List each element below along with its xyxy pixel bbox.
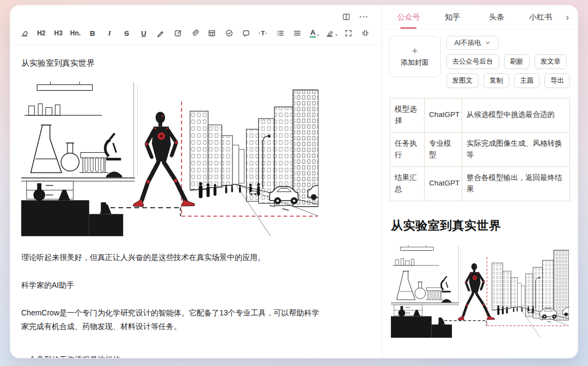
export-button[interactable]: 导出 xyxy=(544,73,570,88)
pen-icon[interactable] xyxy=(154,26,168,40)
desktop-background: ··· H2 H3 Hn. B I S U xyxy=(0,0,588,366)
doc-paragraph: 一个典型的工作流程是这样的： xyxy=(21,353,322,358)
underline-button[interactable]: U xyxy=(136,26,151,40)
table-cell: 整合各模型输出，返回最终结果 xyxy=(462,166,570,201)
fullscreen-icon[interactable] xyxy=(341,26,356,40)
editor-pane: ··· H2 H3 Hn. B I S U xyxy=(10,5,382,358)
clear-format-icon[interactable] xyxy=(17,26,32,40)
preview-illustration xyxy=(391,243,569,338)
editor-content[interactable]: 从实验室到真实世界 理论听起来很美好，但真正让人兴奋的是这些技术在真实场景中的应… xyxy=(10,45,382,358)
comment-icon[interactable] xyxy=(238,26,253,40)
action-row-1: 去公众号后台 刷新 发文章 xyxy=(446,54,572,69)
table-cell: 模型选择 xyxy=(390,98,425,133)
workflow-table-wrap: 模型选择 ChatGPT 从候选模型中挑选最合适的 任务执行 专业模型 实际完成… xyxy=(382,94,578,201)
strikethrough-button[interactable]: S xyxy=(119,26,134,40)
bold-button[interactable]: B xyxy=(85,26,100,40)
workflow-table: 模型选择 ChatGPT 从候选模型中挑选最合适的 任务执行 专业模型 实际完成… xyxy=(390,98,570,201)
attachment-icon[interactable] xyxy=(187,26,202,40)
doc-paragraph: ChemCrow是一个专门为化学研究设计的智能体。它配备了13个专业工具，可以帮… xyxy=(21,306,322,333)
table-row: 结果汇总 ChatGPT 整合各模型输出，返回最终结果 xyxy=(390,166,570,201)
more-options-icon[interactable]: ··· xyxy=(359,13,369,21)
font-color-button[interactable]: A ▾ xyxy=(307,26,322,40)
publish-article-button[interactable]: 发文章 xyxy=(535,54,567,69)
tab-zhihu[interactable]: 知乎 xyxy=(431,5,475,29)
ai-model-select[interactable]: AI不插电 xyxy=(446,36,499,50)
tabs-overflow-icon[interactable]: › xyxy=(562,5,572,29)
line-spacing-icon[interactable] xyxy=(290,26,305,40)
table-cell: 专业模型 xyxy=(425,132,462,166)
lab-to-city-illustration xyxy=(391,243,569,338)
table-cell: 实际完成图像生成、风格转换等 xyxy=(462,132,570,166)
tab-toutiao[interactable]: 头条 xyxy=(475,5,519,29)
chevron-down-icon xyxy=(485,40,491,46)
table-cell: 结果汇总 xyxy=(390,166,425,201)
goto-backend-button[interactable]: 去公众号后台 xyxy=(446,54,499,69)
tab-gongzhonghao[interactable]: 公众号 xyxy=(387,5,431,29)
doc-illustration xyxy=(21,77,318,237)
app-window: ··· H2 H3 Hn. B I S U xyxy=(10,5,578,358)
doc-heading: 从实验室到真实世界 xyxy=(21,58,371,69)
table-cell: ChatGPT xyxy=(425,166,462,201)
plus-icon: + xyxy=(412,46,418,56)
table-icon[interactable] xyxy=(205,26,219,40)
italic-button[interactable]: I xyxy=(102,26,117,40)
table-cell: 任务执行 xyxy=(390,132,425,166)
edit-note-icon[interactable] xyxy=(170,26,185,40)
preview-pane: 公众号 知乎 头条 小红书 › + 添加封面 AI不插电 去公众号后台 xyxy=(382,5,578,358)
highlighter-button[interactable]: ▾ xyxy=(324,26,339,40)
table-row: 任务执行 专业模型 实际完成图像生成、风格转换等 xyxy=(390,132,570,166)
table-cell: 从候选模型中挑选最合适的 xyxy=(462,98,570,133)
lab-to-city-illustration xyxy=(21,77,318,237)
action-buttons: AI不插电 去公众号后台 刷新 发文章 发图文 复制 主题 导出 xyxy=(446,36,572,88)
copy-button[interactable]: 复制 xyxy=(483,73,509,88)
editor-top-bar: ··· xyxy=(10,5,382,24)
publish-actions: + 添加封面 AI不插电 去公众号后台 刷新 发文章 发图文 复 xyxy=(382,29,578,94)
action-row-2: 发图文 复制 主题 导出 xyxy=(446,73,572,88)
tab-xiaohongshu[interactable]: 小红书 xyxy=(518,5,562,29)
heading2-button[interactable]: H2 xyxy=(34,26,48,40)
add-cover-button[interactable]: + 添加封面 xyxy=(389,36,441,77)
refresh-button[interactable]: 刷新 xyxy=(504,54,530,69)
caret-down-icon: ▾ xyxy=(317,33,319,38)
caret-down-icon: ▾ xyxy=(335,33,338,38)
heading-n-button[interactable]: Hn. xyxy=(68,26,83,40)
platform-tabs: 公众号 知乎 头条 小红书 › xyxy=(382,5,578,29)
table-cell: ChatGPT xyxy=(425,98,462,133)
reading-view-icon[interactable] xyxy=(342,13,351,21)
publish-imagetext-button[interactable]: 发图文 xyxy=(446,73,479,88)
editor-toolbar: H2 H3 Hn. B I S U xyxy=(10,24,382,45)
table-row: 模型选择 ChatGPT 从候选模型中挑选最合适的 xyxy=(390,98,570,133)
doc-paragraph: 科学家的AI助手 xyxy=(21,278,322,292)
theme-button[interactable]: 主题 xyxy=(514,73,540,88)
doc-paragraph: 理论听起来很美好，但真正让人兴奋的是这些技术在真实场景中的应用。 xyxy=(21,251,322,264)
bullet-list-icon[interactable] xyxy=(273,26,287,40)
preview-heading: 从实验室到真实世界 xyxy=(391,218,569,234)
task-check-icon[interactable] xyxy=(222,26,236,40)
heading3-button[interactable]: H3 xyxy=(51,26,66,40)
spacing-icon[interactable]: ·T· xyxy=(256,26,271,40)
exit-fullscreen-icon[interactable] xyxy=(358,26,373,40)
